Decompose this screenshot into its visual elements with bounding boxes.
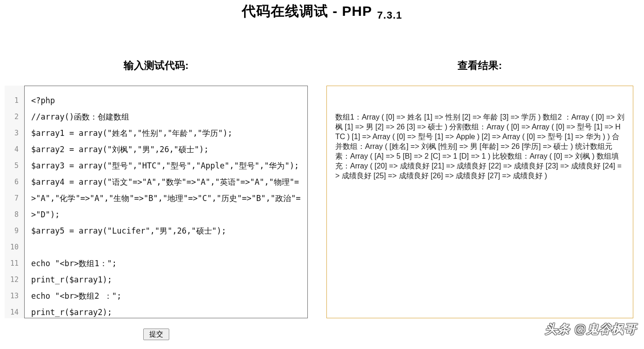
input-panel: 输入测试代码: 1234567891011121314 <?php //arra… <box>5 59 308 340</box>
line-number: 10 <box>5 239 19 255</box>
line-number: 13 <box>5 288 19 304</box>
page-title-main: 代码在线调试 - PHP <box>242 3 372 19</box>
submit-button[interactable]: 提交 <box>143 329 169 340</box>
line-number: 2 <box>5 109 19 125</box>
main-panels: 输入测试代码: 1234567891011121314 <?php //arra… <box>0 59 644 340</box>
line-number: 3 <box>5 125 19 141</box>
line-number: 12 <box>5 272 19 288</box>
input-heading: 输入测试代码: <box>124 59 188 73</box>
code-textarea[interactable]: <?php //array()函数：创建数组 $array1 = array("… <box>24 86 308 318</box>
line-number: 1 <box>5 93 19 109</box>
php-version: 7.3.1 <box>377 9 402 21</box>
line-number: 5 <box>5 158 19 174</box>
line-number: 14 <box>5 304 19 321</box>
line-number-gutter: 1234567891011121314 <box>5 86 24 318</box>
line-number: 7 <box>5 190 19 207</box>
page-title: 代码在线调试 - PHP 7.3.1 <box>0 0 644 21</box>
output-heading: 查看结果: <box>458 59 502 73</box>
output-box: 数组1：Array ( [0] => 姓名 [1] => 性别 [2] => 年… <box>326 86 633 318</box>
line-number: 8 <box>5 207 19 223</box>
submit-row: 提交 <box>5 329 308 340</box>
code-editor: 1234567891011121314 <?php //array()函数：创建… <box>5 86 308 318</box>
line-number: 9 <box>5 223 19 239</box>
line-number: 4 <box>5 141 19 158</box>
line-number: 11 <box>5 255 19 272</box>
output-panel: 查看结果: 数组1：Array ( [0] => 姓名 [1] => 性别 [2… <box>326 59 633 318</box>
line-number: 6 <box>5 174 19 190</box>
